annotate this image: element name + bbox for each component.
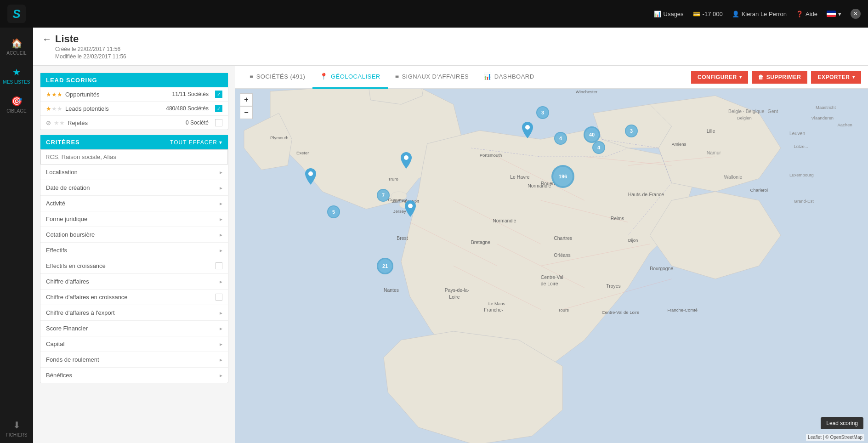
configurer-button[interactable]: CONFIGURER ▾ [691,71,748,84]
lead-checkbox-opportunites[interactable]: ✓ [215,91,222,98]
close-button[interactable]: ✕ [851,9,861,19]
dashboard-icon: 📊 [483,73,492,80]
criteria-chiffre-affaires-croissance[interactable]: Chiffre d'affaires en croissance [40,290,228,305]
sidebar-item-fichiers[interactable]: ⬇ FICHIERS [0,414,33,443]
svg-text:Belgie · Belgique: Belgie · Belgique [728,109,765,114]
svg-text:Winchester: Winchester [576,89,597,94]
back-button[interactable]: ← [42,34,51,45]
map-pin-p1[interactable] [522,122,533,140]
zoom-in-button[interactable]: + [240,93,253,106]
tab-dashboard[interactable]: 📊 DASHBOARD [476,66,541,89]
criteria-score-financier[interactable]: Score Financier ▸ [40,321,228,336]
lead-checkbox-potentiels[interactable]: ✓ [215,105,222,112]
page-modified: Modifiée le 22/02/2017 11:56 [42,53,859,60]
criteria-fonds-roulement[interactable]: Fonds de roulement ▸ [40,352,228,368]
logo[interactable]: S [7,5,26,23]
target-icon: 🎯 [11,96,23,107]
exporter-button[interactable]: EXPORTER ▾ [811,71,861,84]
map-pin-p4[interactable] [405,200,416,219]
supprimer-button[interactable]: 🗑 SUPPRIMER [752,71,807,84]
criteria-effectifs[interactable]: Effectifs ▸ [40,243,228,258]
cluster-c8[interactable]: 5 [327,205,340,218]
cluster-c7[interactable]: 7 [377,189,390,202]
svg-text:Namur: Namur [707,150,721,155]
user-label: Kieran Le Perron [742,11,787,17]
page-header: ← Liste Créée le 22/02/2017 11:56 Modifi… [33,28,868,66]
nav-credits[interactable]: 💳 -17 000 [693,11,723,17]
svg-text:Le Havre: Le Havre [510,175,530,180]
svg-text:Troyes: Troyes [606,284,621,289]
stars-potentiels: ★★★ [46,105,62,112]
map-pin-p2[interactable] [401,152,412,170]
aide-icon: ❓ [796,11,803,17]
tab-signaux[interactable]: ≡ SIGNAUX D'AFFAIRES [388,66,477,89]
svg-text:Hauts-de-France: Hauts-de-France [628,192,664,197]
criteria-benefices[interactable]: Bénéfices ▸ [40,368,228,383]
criteria-date-creation[interactable]: Date de création ▸ [40,180,228,196]
tout-effacer-button[interactable]: Tout effacer ▾ [170,139,222,146]
disabled-icon: ⊘ [46,119,51,126]
chiffre-affaires-croissance-checkbox[interactable] [216,294,222,301]
cluster-c5[interactable]: 4 [592,141,605,154]
svg-text:Centre-Val: Centre-Val [541,275,563,280]
search-input[interactable] [40,149,228,165]
criteria-chiffre-affaires-export[interactable]: Chiffre d'affaires à l'export ▸ [40,305,228,321]
svg-text:Lille: Lille [707,129,715,134]
exporter-label: EXPORTER [817,74,850,80]
criteria-activite[interactable]: Activité ▸ [40,196,228,211]
effectifs-croissance-checkbox[interactable] [216,262,222,269]
criteria-label-chiffre-affaires: Chiffre d'affaires [46,278,89,285]
cluster-c3[interactable]: 3 [625,125,638,137]
criteria-capital[interactable]: Capital ▸ [40,336,228,352]
chevron-right-icon: ▸ [220,341,222,347]
map-container[interactable]: Southampton Salisbury Winchester Brighto… [235,89,868,443]
sidebar: 🏠 ACCUEIL ★ MES LISTES 🎯 CIBLAGE ⬇ FICHI… [0,28,33,443]
zoom-out-button[interactable]: − [240,106,253,119]
criteria-label-chiffre-affaires-croissance: Chiffre d'affaires en croissance [46,294,128,301]
criteria-forme-juridique[interactable]: Forme juridique ▸ [40,211,228,227]
right-panel: ≡ SOCIÉTÉS (491) 📍 GÉOLOCALISER ≡ SIGNAU… [235,66,868,443]
svg-text:Luxembourg: Luxembourg [789,172,814,177]
map-pin-p3[interactable] [305,168,316,187]
aide-label: Aide [806,11,817,17]
chevron-right-icon: ▸ [220,247,222,254]
lead-checkbox-rejetes[interactable] [215,119,222,126]
cluster-c6[interactable]: 196 [551,165,574,188]
tab-geolocaliser[interactable]: 📍 GÉOLOCALISER [312,66,387,89]
criteria-cotation-boursiere[interactable]: Cotation boursière ▸ [40,227,228,243]
sidebar-item-ciblage[interactable]: 🎯 CIBLAGE [0,90,33,119]
criteria-localisation[interactable]: Localisation ▸ [40,165,228,180]
criteres-header: CRITÈRES Tout effacer ▾ [40,135,228,149]
nav-user[interactable]: 👤 Kieran Le Perron [732,11,787,17]
lead-scoring-row-potentiels: ★★★ Leads potentiels 480/480 Sociétés ✓ [40,102,228,116]
chevron-right-icon: ▸ [220,200,222,207]
svg-text:de Loire: de Loire [541,281,558,286]
chevron-right-icon: ▸ [220,216,222,222]
flag-icon [827,11,836,17]
sidebar-item-accueil[interactable]: 🏠 ACCUEIL [0,32,33,61]
criteria-label-score-financier: Score Financier [46,325,88,332]
star-icon: ★ [12,67,21,78]
svg-text:Loire: Loire [449,295,460,300]
left-panel: LEAD SCORING ★★★ Opportunités 11/11 Soci… [33,66,235,443]
nav-flag[interactable]: ▾ [827,11,841,17]
nav-usages[interactable]: 📊 Usages [654,11,684,17]
cluster-c2[interactable]: 40 [584,126,600,143]
map-attribution: Leaflet | © OpenStreetMap [806,434,864,441]
page-created: Créée le 22/02/2017 11:56 [42,46,859,52]
cluster-c4[interactable]: 4 [554,132,567,145]
tout-effacer-label: Tout effacer [170,139,217,146]
tab-societes[interactable]: ≡ SOCIÉTÉS (491) [242,66,312,89]
criteria-effectifs-croissance[interactable]: Effectifs en croissance [40,258,228,274]
criteria-chiffre-affaires[interactable]: Chiffre d'affaires ▸ [40,274,228,290]
cluster-c1[interactable]: 3 [536,106,549,119]
sidebar-label-ciblage: CIBLAGE [6,108,26,114]
criteria-label-forme-juridique: Forme juridique [46,216,87,222]
svg-text:Franche-: Franche- [484,307,503,312]
svg-text:Franche-Comté: Franche-Comté [667,307,698,312]
sidebar-item-mes-listes[interactable]: ★ MES LISTES [0,61,33,90]
usages-label: Usages [664,11,684,17]
cluster-c9[interactable]: 21 [377,258,393,274]
nav-aide[interactable]: ❓ Aide [796,11,817,17]
svg-text:Pays-de-la-: Pays-de-la- [445,288,470,293]
